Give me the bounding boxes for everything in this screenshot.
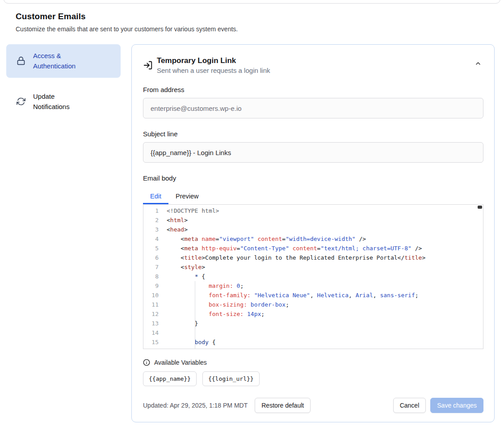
editor-scrollbar-thumb[interactable] [478,206,482,209]
code-line: 9 margin: 0; [143,281,483,291]
panel-header: Temporary Login Link Sent when a user re… [143,56,483,74]
code-text: margin: 0; [167,281,244,291]
collapse-panel-button[interactable] [473,58,483,69]
code-text: font-family: "Helvetica Neue", Helvetica… [167,291,419,300]
email-body-label: Email body [143,174,483,182]
sidebar-item-label: Access & Authentication [33,51,92,72]
chevron-up-icon [475,60,482,67]
sidebar-item-access-authentication[interactable]: Access & Authentication [6,44,121,78]
code-line: 6 <title>Complete your login to the Repl… [143,253,483,262]
code-lines: 1<!DOCTYPE html>2<html>3<head>4 <meta na… [143,206,483,349]
code-line: 12 font-size: 14px; [143,309,483,319]
code-text: <title>Complete your login to the Replic… [167,253,425,262]
page-title: Customer Emails [16,12,504,21]
line-number: 10 [143,291,165,300]
cancel-button[interactable]: Cancel [393,398,426,413]
previous-card-bottom-edge [4,0,500,4]
indent-guide [195,281,195,349]
updated-timestamp: Updated: Apr 29, 2025, 1:18 PM MDT [143,402,248,409]
line-number: 16 [143,347,165,349]
code-text: <!DOCTYPE html> [167,206,219,215]
line-number: 5 [143,244,165,253]
code-line: 10 font-family: "Helvetica Neue", Helvet… [143,291,483,300]
code-line: 14 [143,328,483,337]
code-line: 1<!DOCTYPE html> [143,206,483,215]
code-text: <meta http-equiv="Content-Type" content=… [167,244,422,253]
code-line: 5 <meta http-equiv="Content-Type" conten… [143,244,483,253]
code-line: 3<head> [143,225,483,234]
line-number: 14 [143,328,165,337]
subject-line-input[interactable] [143,142,483,163]
line-number: 12 [143,309,165,319]
email-types-sidebar: Access & Authentication Update Notificat… [6,44,121,118]
line-number: 4 [143,234,165,244]
page-subtitle: Customize the emails that are sent to yo… [16,25,504,33]
line-number: 3 [143,225,165,234]
line-number: 11 [143,300,165,309]
line-number: 1 [143,206,165,215]
customer-emails-page: Customer Emails Customize the emails tha… [0,0,504,438]
from-address-input[interactable] [143,98,483,118]
panel-subtitle: Sent when a user requests a login link [157,67,270,74]
code-text: <meta name="viewport" content="width=dev… [167,234,366,244]
code-line: 16 background-color: #f6f6f6; [143,347,483,349]
lock-icon [16,56,26,66]
refresh-icon [16,97,26,106]
code-line: 7 <style> [143,262,483,272]
subject-line-label: Subject line [143,130,483,138]
line-number: 2 [143,215,165,225]
variable-chips: {{app_name}} {{login_url}} [143,371,483,386]
code-line: 8 * { [143,272,483,281]
code-text: <html> [167,215,188,225]
save-changes-button[interactable]: Save changes [430,398,483,413]
content-row: Access & Authentication Update Notificat… [0,44,504,422]
code-text: <style> [167,262,205,272]
restore-default-button[interactable]: Restore default [255,398,311,413]
tab-edit[interactable]: Edit [143,188,168,204]
code-text: background-color: #f6f6f6; [167,347,299,349]
sidebar-item-label: Update Notifications [33,91,92,112]
temporary-login-link-panel: Temporary Login Link Sent when a user re… [131,44,495,422]
code-text: * { [167,272,205,281]
info-icon [143,359,150,366]
variable-chip-app-name[interactable]: {{app_name}} [143,371,197,386]
line-number: 6 [143,253,165,262]
code-line: 4 <meta name="viewport" content="width=d… [143,234,483,244]
code-text: body { [167,337,216,347]
available-variables-label: Available Variables [154,359,207,366]
line-number: 7 [143,262,165,272]
tab-preview[interactable]: Preview [168,188,206,204]
panel-heading: Temporary Login Link Sent when a user re… [157,56,270,74]
line-number: 8 [143,272,165,281]
panel-footer: Updated: Apr 29, 2025, 1:18 PM MDT Resto… [143,398,483,413]
editor-tabs: Edit Preview [143,188,483,204]
code-text: font-size: 14px; [167,309,265,319]
page-header: Customer Emails Customize the emails tha… [16,12,504,33]
code-text: } [167,319,198,328]
code-text: <head> [167,225,188,234]
email-body-code-editor[interactable]: 1<!DOCTYPE html>2<html>3<head>4 <meta na… [143,204,483,349]
line-number: 9 [143,281,165,291]
log-in-icon [143,60,153,70]
code-line: 2<html> [143,215,483,225]
code-text: box-sizing: border-box; [167,300,289,309]
panel-title: Temporary Login Link [157,56,270,65]
code-line: 13 } [143,319,483,328]
code-line: 11 box-sizing: border-box; [143,300,483,309]
editor-scrollbar[interactable] [477,205,483,348]
line-number: 13 [143,319,165,328]
variable-chip-login-url[interactable]: {{login_url}} [202,371,260,386]
available-variables-row: Available Variables [143,359,483,366]
line-number: 15 [143,337,165,347]
from-address-label: From address [143,86,483,93]
sidebar-item-update-notifications[interactable]: Update Notifications [6,85,121,118]
code-line: 15 body { [143,337,483,347]
